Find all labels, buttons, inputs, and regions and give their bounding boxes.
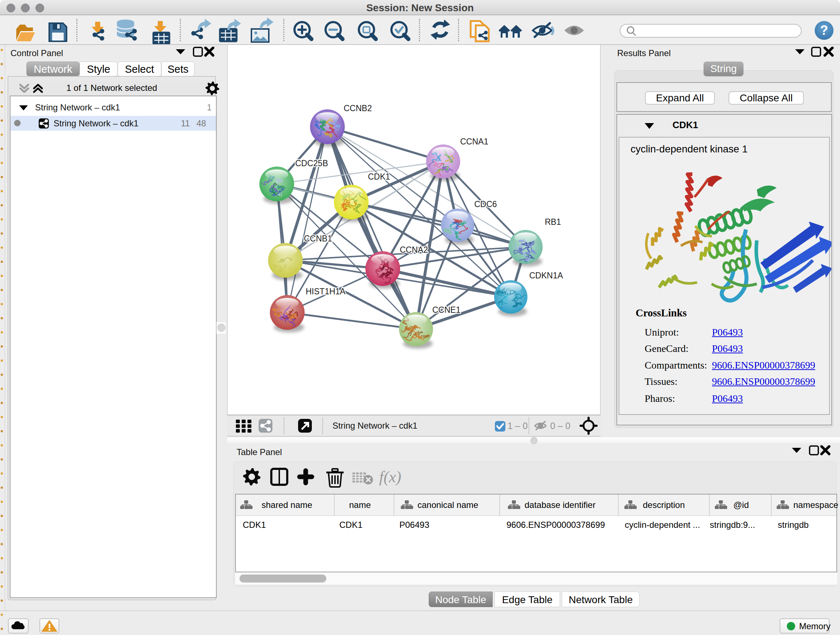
svg-text:CDK1: CDK1	[368, 172, 390, 181]
svg-text:CCNB1: CCNB1	[304, 234, 332, 243]
svg-text:f(x): f(x)	[379, 468, 401, 486]
svg-text:CCNE1: CCNE1	[432, 305, 461, 315]
svg-text:RB1: RB1	[545, 217, 561, 226]
svg-text:CDKN1A: CDKN1A	[529, 271, 563, 280]
svg-text:CCNA2: CCNA2	[400, 245, 428, 255]
svg-text:CCNB2: CCNB2	[344, 103, 372, 113]
svg-text:0 – 0: 0 – 0	[550, 421, 570, 431]
svg-text:HIST1H1A: HIST1H1A	[306, 287, 346, 296]
svg-text:CDC25B: CDC25B	[295, 158, 328, 168]
svg-text:?: ?	[820, 23, 828, 38]
svg-text:CDC6: CDC6	[474, 200, 497, 209]
svg-text:CCNA1: CCNA1	[460, 137, 488, 146]
svg-text:1 – 0: 1 – 0	[508, 421, 528, 431]
